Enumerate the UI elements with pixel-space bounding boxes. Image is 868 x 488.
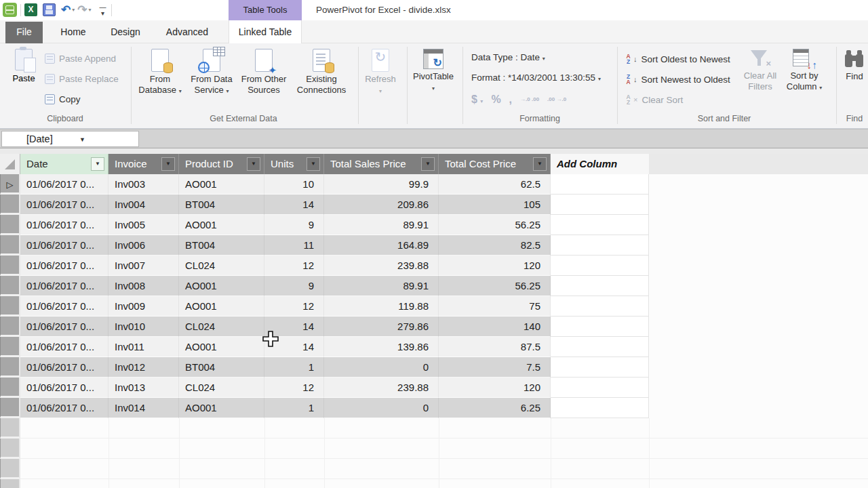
cell-total-cost-price[interactable]: 6.25 — [439, 398, 551, 418]
filter-button-invoice[interactable]: ▼ — [161, 157, 175, 171]
cell-product-id[interactable]: AO001 — [179, 296, 264, 317]
row-selector[interactable]: ▷ — [0, 215, 20, 235]
cell-total-cost-price[interactable]: 56.25 — [439, 215, 551, 235]
row-selector[interactable] — [0, 439, 20, 459]
row-selector[interactable]: ▷ — [0, 276, 20, 296]
column-reference-dropdown[interactable]: [Date] ▼ — [1, 131, 139, 147]
cell-product-id[interactable]: AO001 — [179, 215, 264, 235]
column-header-date[interactable]: Date ▼ — [20, 154, 108, 174]
row-selector[interactable]: ▷ — [0, 235, 20, 256]
cell-date[interactable]: 01/06/2017 0... — [20, 276, 108, 296]
cell-total-sales-price[interactable]: 164.89 — [324, 235, 439, 256]
find-button[interactable]: Find — [841, 49, 868, 82]
cell-total-sales-price[interactable]: 89.91 — [324, 276, 439, 296]
sort-oldest-to-newest-button[interactable]: AZ ↓ Sort Oldest to Newest — [624, 52, 730, 66]
tab-advanced[interactable]: Advanced — [160, 22, 214, 42]
row-selector[interactable]: ▷ — [0, 195, 20, 215]
cell-total-sales-price[interactable]: 239.88 — [324, 256, 439, 276]
cell-add-column[interactable] — [551, 276, 649, 296]
cell-date[interactable]: 01/06/2017 0... — [20, 317, 108, 337]
filter-button-total-sales-price[interactable]: ▼ — [421, 157, 435, 171]
cell-total-cost-price[interactable]: 7.5 — [439, 357, 551, 378]
cell-date[interactable]: 01/06/2017 0... — [20, 296, 108, 317]
cell-add-column[interactable] — [551, 317, 649, 337]
row-selector[interactable]: ▷ — [0, 296, 20, 317]
format-dropdown[interactable]: Format : *14/03/2001 13:30:55 ▾ — [471, 73, 601, 83]
cell-product-id[interactable]: BT004 — [179, 357, 264, 378]
cell-product-id[interactable]: CL024 — [179, 317, 264, 337]
cell-invoice[interactable]: Inv006 — [108, 235, 179, 256]
cell-invoice[interactable]: Inv009 — [108, 296, 179, 317]
cell-units[interactable]: 1 — [264, 357, 324, 378]
cell-invoice[interactable]: Inv012 — [108, 357, 179, 378]
cell-total-sales-price[interactable]: 239.88 — [324, 378, 439, 398]
cell-total-cost-price[interactable]: 82.5 — [439, 235, 551, 256]
cell-total-cost-price[interactable]: 56.25 — [439, 276, 551, 296]
column-header-total-cost-price[interactable]: Total Cost Price ▼ — [439, 154, 551, 174]
cell-date[interactable]: 01/06/2017 0... — [20, 195, 108, 215]
undo-dropdown-icon[interactable]: ▾ — [72, 7, 75, 13]
cell-add-column[interactable] — [551, 296, 649, 317]
chevron-down-icon[interactable]: ▼ — [79, 136, 85, 143]
cell-date[interactable]: 01/06/2017 0... — [20, 337, 108, 357]
column-header-product-id[interactable]: Product ID ▼ — [179, 154, 264, 174]
cell-units[interactable]: 12 — [264, 378, 324, 398]
column-header-invoice[interactable]: Invoice ▼ — [108, 154, 179, 174]
row-selector[interactable]: ▷ — [0, 174, 20, 195]
row-selector[interactable] — [0, 479, 20, 488]
cell-invoice[interactable]: Inv013 — [108, 378, 179, 398]
from-data-service-button[interactable]: From Data Service ▾ — [186, 49, 237, 97]
row-selector[interactable]: ▷ — [0, 337, 20, 357]
row-selector[interactable]: ▷ — [0, 256, 20, 276]
cell-product-id[interactable]: AO001 — [179, 276, 264, 296]
data-type-dropdown[interactable]: Data Type : Date ▾ — [471, 52, 545, 62]
cell-total-sales-price[interactable]: 209.86 — [324, 195, 439, 215]
cell-total-cost-price[interactable]: 120 — [439, 256, 551, 276]
row-selector[interactable]: ▷ — [0, 317, 20, 337]
sort-newest-to-oldest-button[interactable]: ZA ↓ Sort Newest to Oldest — [624, 72, 730, 87]
from-other-sources-button[interactable]: ✦ From Other Sources — [238, 49, 290, 96]
column-header-total-sales-price[interactable]: Total Sales Price ▼ — [324, 154, 439, 174]
cell-units[interactable]: 12 — [264, 296, 324, 317]
cell-date[interactable]: 01/06/2017 0... — [20, 235, 108, 256]
filter-button-units[interactable]: ▼ — [307, 157, 320, 171]
cell-product-id[interactable]: CL024 — [179, 378, 264, 398]
cell-date[interactable]: 01/06/2017 0... — [20, 215, 108, 235]
row-selector[interactable]: ▷ — [0, 378, 20, 398]
cell-invoice[interactable]: Inv004 — [108, 195, 179, 215]
cell-product-id[interactable]: BT004 — [179, 195, 264, 215]
cell-invoice[interactable]: Inv003 — [108, 174, 179, 195]
cell-invoice[interactable]: Inv007 — [108, 256, 179, 276]
cell-invoice[interactable]: Inv011 — [108, 337, 179, 357]
cell-total-sales-price[interactable]: 279.86 — [324, 317, 439, 337]
cell-date[interactable]: 01/06/2017 0... — [20, 256, 108, 276]
cell-product-id[interactable]: AO001 — [179, 337, 264, 357]
cell-date[interactable]: 01/06/2017 0... — [20, 378, 108, 398]
cell-add-column[interactable] — [551, 235, 649, 256]
cell-invoice[interactable]: Inv014 — [108, 398, 179, 418]
cell-total-sales-price[interactable]: 99.9 — [324, 174, 439, 195]
tab-design[interactable]: Design — [103, 22, 148, 42]
sort-by-column-button[interactable]: ↓ ↑ Sort by Column ▾ — [781, 49, 828, 94]
cell-add-column[interactable] — [551, 256, 649, 276]
filter-button-total-cost-price[interactable]: ▼ — [533, 157, 547, 171]
row-selector[interactable]: ▷ — [0, 357, 20, 378]
cell-units[interactable]: 1 — [264, 398, 324, 418]
existing-connections-button[interactable]: Existing Connections — [296, 49, 347, 96]
row-selector[interactable] — [0, 418, 20, 439]
from-database-button[interactable]: From Database ▾ — [134, 49, 186, 97]
cell-product-id[interactable]: AO001 — [179, 174, 264, 195]
cell-units[interactable]: 9 — [264, 276, 324, 296]
cell-invoice[interactable]: Inv010 — [108, 317, 179, 337]
cell-total-cost-price[interactable]: 140 — [439, 317, 551, 337]
cell-product-id[interactable]: BT004 — [179, 235, 264, 256]
cell-total-sales-price[interactable]: 139.86 — [324, 337, 439, 357]
cell-total-sales-price[interactable]: 119.88 — [324, 296, 439, 317]
cell-total-sales-price[interactable]: 89.91 — [324, 215, 439, 235]
cell-date[interactable]: 01/06/2017 0... — [20, 398, 108, 418]
save-icon[interactable] — [43, 3, 56, 16]
empty-grid-area[interactable] — [20, 418, 868, 488]
cell-add-column[interactable] — [551, 215, 649, 235]
cell-total-cost-price[interactable]: 105 — [439, 195, 551, 215]
add-column-header[interactable]: Add Column — [551, 154, 649, 174]
